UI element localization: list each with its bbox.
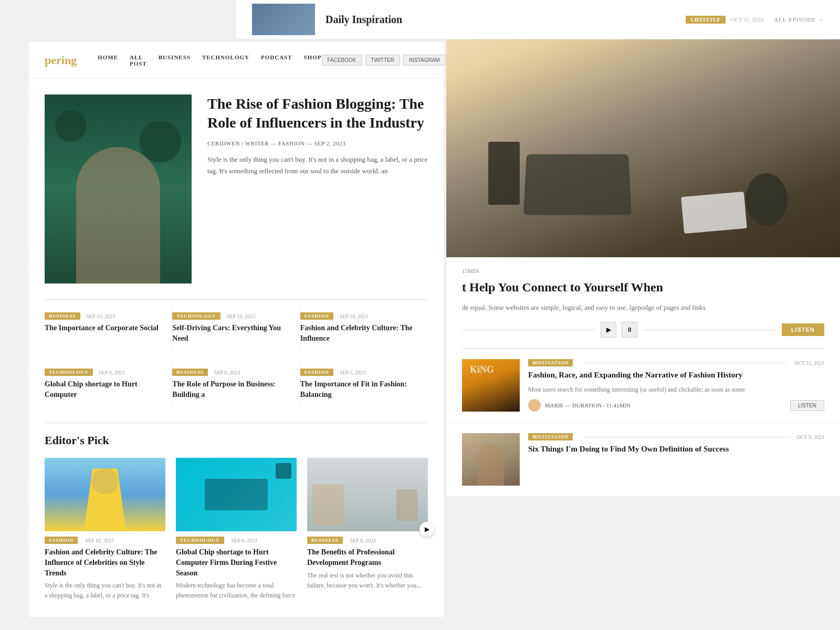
article-tag-6: FASHION — [300, 369, 333, 376]
pause-button[interactable]: ⏸ — [622, 322, 637, 338]
daily-inspiration-strip: Daily Inspiration LIFESTYLE OCT 11, 2023… — [236, 0, 840, 39]
hero-role: WRITER — [245, 140, 269, 146]
listen-button[interactable]: LISTEN — [782, 323, 824, 336]
article-cell-2: TECHNOLOGY SEP 10, 2023 Self-Driving Car… — [172, 305, 300, 351]
article-title-6[interactable]: The Importance of Fit in Fashion: Balanc… — [300, 379, 428, 400]
logo-text: pering — [45, 54, 77, 67]
article-cell-3: FASHION SEP 10, 2023 Fashion and Celebri… — [300, 305, 428, 351]
article-cell-6: FASHION SEP 5, 2023 The Importance of Fi… — [300, 361, 428, 407]
pick-date-2: SEP 6, 2023 — [232, 538, 257, 543]
article-cell-1: BUSINESS SEP 13, 2023 The Importance of … — [45, 305, 172, 351]
article-date-2: SEP 10, 2023 — [227, 313, 255, 319]
pick-card-2: TECHNOLOGY SEP 6, 2023 Global Chip short… — [176, 458, 297, 601]
right-panel: 15MIN t Help You Connect to Yourself Whe… — [446, 0, 840, 497]
pick-date-3: SEP 8, 2023 — [350, 538, 376, 543]
pick-card-1-tag-row: FASHION SEP 10, 2023 — [45, 537, 165, 544]
daily-inspiration-title: Daily Inspiration — [315, 14, 686, 26]
article-title-4[interactable]: Global Chip shortage to Hurt Computer — [45, 379, 164, 400]
sidebar-tag-1: MOTIVATION — [528, 359, 573, 366]
pick-excerpt-3: The real test is not whether you avoid t… — [307, 571, 428, 591]
nav-shop[interactable]: SHOP — [304, 54, 322, 67]
author-avatar-1 — [528, 399, 541, 412]
sidebar-article-1-footer: MARIE — DURATION / 11:41MIN LISTEN — [528, 399, 824, 412]
play-button[interactable]: ▶ — [601, 322, 616, 338]
sidebar-article-2-title[interactable]: Six Things I'm Doing to Find My Own Defi… — [528, 444, 824, 455]
carousel-next-button[interactable]: ▶ — [419, 522, 434, 537]
article-tag-3: FASHION — [300, 312, 333, 320]
article-title-5[interactable]: The Role of Purpose in Business: Buildin… — [172, 379, 292, 400]
twitter-button[interactable]: TWITTER — [365, 55, 400, 66]
editors-pick-section: Editor's Pick FASHION SEP 10, 2023 Fashi… — [29, 434, 444, 616]
instagram-button[interactable]: INSTAGRAM — [403, 55, 446, 66]
section-divider — [45, 423, 428, 423]
sidebar-date-1: OCT 11, 2023 — [794, 360, 824, 366]
podcast-meta: 15MIN — [462, 268, 824, 274]
nav-business[interactable]: BUSINESS — [159, 54, 191, 67]
facebook-button[interactable]: FACEBOOK — [322, 55, 362, 66]
editors-pick-title: Editor's Pick — [45, 434, 428, 447]
hero-image-bg — [45, 94, 192, 284]
article-grid-row1: BUSINESS SEP 13, 2023 The Importance of … — [29, 305, 444, 361]
daily-inspiration-image — [252, 4, 315, 35]
sidebar-article-2-image — [462, 433, 520, 486]
nav-home[interactable]: HOME — [98, 54, 118, 67]
listen-small-button-1[interactable]: LISTEN — [790, 400, 824, 411]
left-panel: pering HOME ALL POST BUSINESS TECHNOLOGY… — [29, 42, 444, 617]
social-links: FACEBOOK TWITTER INSTAGRAM — [322, 55, 446, 66]
article-tag-1: BUSINESS — [45, 312, 80, 320]
main-nav: HOME ALL POST BUSINESS TECHNOLOGY PODCAS… — [98, 54, 321, 67]
hero-author: CERIDWEN — [207, 140, 240, 146]
hero-image — [45, 94, 192, 284]
pick-card-1-image — [45, 458, 165, 531]
player-track-right — [643, 330, 776, 330]
nav-all-post[interactable]: ALL POST — [130, 54, 147, 67]
hero-section: The Rise of Fashion Blogging: The Role o… — [29, 79, 444, 294]
hero-excerpt: Style is the only thing you can't buy. I… — [207, 154, 428, 177]
hero-date: SEP 2, 2023 — [314, 140, 345, 146]
sidebar-article-1-content: MOTIVATION OCT 11, 2023 Fashion, Race, a… — [528, 359, 824, 412]
article-date-5: SEP 6, 2023 — [214, 370, 240, 375]
pick-card-2-image — [176, 458, 297, 531]
podcast-article: 15MIN t Help You Connect to Yourself Whe… — [446, 257, 840, 348]
sidebar-date-2: OCT 9, 2023 — [797, 434, 824, 440]
podcast-title[interactable]: t Help You Connect to Yourself When — [462, 279, 824, 296]
article-title-2[interactable]: Self-Driving Cars: Everything You Need — [172, 323, 292, 343]
article-tag-5: BUSINESS — [172, 369, 208, 376]
article-title-1[interactable]: The Importance of Corporate Social — [45, 323, 164, 333]
nav-podcast[interactable]: PODCAST — [261, 54, 292, 67]
daily-date: OCT 11, 2023 — [731, 16, 764, 23]
hero-dash2: — — [307, 140, 314, 146]
pick-title-3[interactable]: The Benefits of Professional Development… — [307, 547, 428, 568]
duration-text: 11:41MIN — [606, 402, 631, 408]
author-text: MARIE — [545, 402, 563, 408]
lifestyle-tag: LIFESTYLE — [686, 16, 726, 24]
site-header: pering HOME ALL POST BUSINESS TECHNOLOGY… — [29, 42, 444, 79]
podcast-player: ▶ ⏸ LISTEN — [462, 322, 824, 338]
all-episode-link[interactable]: ALL EPISODE → — [774, 16, 824, 23]
article-date-1: SEP 13, 2023 — [87, 313, 115, 319]
pick-grid: FASHION SEP 10, 2023 Fashion and Celebri… — [45, 458, 428, 601]
article-title-3[interactable]: Fashion and Celebrity Culture: The Influ… — [300, 323, 428, 343]
pick-excerpt-1: Style is the only thing you can't buy. I… — [45, 581, 165, 601]
sidebar-article-1-title[interactable]: Fashion, Race, and Expanding the Narrati… — [528, 370, 824, 381]
nav-technology[interactable]: TECHNOLOGY — [202, 54, 249, 67]
sidebar-tag-row-1: MOTIVATION OCT 11, 2023 — [528, 359, 824, 366]
site-logo[interactable]: pering — [45, 54, 77, 67]
pick-tag-2: TECHNOLOGY — [176, 537, 224, 544]
pick-title-1[interactable]: Fashion and Celebrity Culture: The Influ… — [45, 547, 165, 578]
sidebar-divider-line-2 — [583, 437, 789, 437]
pick-tag-1: FASHION — [45, 537, 78, 544]
article-divider-1 — [45, 299, 428, 300]
sidebar-article-1-excerpt: Most users search for something interest… — [528, 385, 824, 395]
pick-tag-3: BUSINESS — [307, 537, 343, 544]
pick-card-3-tag-row: BUSINESS SEP 8, 2023 — [307, 537, 428, 544]
article-date-4: SEP 6, 2023 — [99, 370, 125, 375]
article-tag-2: TECHNOLOGY — [172, 312, 220, 320]
pick-card-1: FASHION SEP 10, 2023 Fashion and Celebri… — [45, 458, 165, 601]
hero-slash: / — [242, 140, 245, 146]
sidebar-divider-line — [583, 363, 787, 363]
tech-board-icon — [205, 479, 268, 510]
hero-title[interactable]: The Rise of Fashion Blogging: The Role o… — [207, 94, 428, 133]
pick-title-2[interactable]: Global Chip shortage to Hurt Computer Fi… — [176, 547, 297, 578]
pick-card-3-image — [307, 458, 428, 531]
